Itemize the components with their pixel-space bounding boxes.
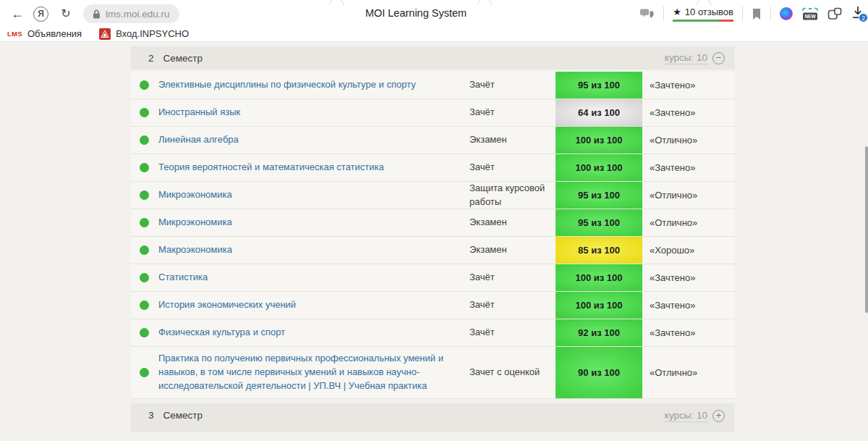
refresh-button[interactable]: ↻: [56, 4, 76, 24]
semester-number: 3: [148, 410, 154, 421]
browser-toolbar-right: ★ 10 отзывов NEW: [639, 0, 868, 28]
exam-type: Экзамен: [469, 216, 556, 229]
course-row: Иностранный язык Зачёт 64 из 100 «Зачтен…: [131, 99, 735, 127]
download-count-badge: 2: [859, 13, 868, 22]
course-status-dot-icon: [140, 108, 149, 117]
grade-text: «Зачтено»: [642, 107, 735, 118]
bookmark-icon[interactable]: [752, 8, 762, 20]
course-status-dot-icon: [140, 328, 149, 337]
extension-logo-icon[interactable]: [780, 7, 793, 20]
semester-3-header: 3 Семестр курсы: 10 +: [131, 403, 735, 432]
exam-type: Зачёт: [469, 161, 556, 174]
grade-text: «Зачтено»: [642, 162, 735, 173]
grade-text: «Зачтено»: [642, 80, 735, 91]
semester-2-courses-link[interactable]: курсы: 10: [665, 52, 707, 64]
course-row: Практика по получению первичных професси…: [131, 347, 735, 399]
reviews-rating-bar: [673, 20, 733, 22]
course-rows: Элективные дисциплины по физической куль…: [131, 72, 735, 399]
course-status-dot-icon: [140, 163, 149, 172]
course-link[interactable]: Линейная алгебра: [158, 128, 469, 152]
grade-text: «Хорошо»: [642, 245, 735, 256]
tab-edge-decoration: [329, 0, 344, 5]
back-button[interactable]: ←: [7, 4, 27, 24]
expand-semester-icon[interactable]: +: [712, 410, 725, 422]
grade-text: «Зачтено»: [642, 300, 735, 311]
score-cell: 95 из 100: [556, 182, 642, 209]
page-title: MOI Learning System: [365, 7, 467, 19]
course-link[interactable]: Элективные дисциплины по физической куль…: [158, 73, 469, 97]
course-row: История экономических учений Зачёт 100 и…: [131, 292, 735, 319]
toolbar-divider: [770, 7, 771, 21]
course-link[interactable]: Статистика: [158, 266, 469, 290]
semester-label: Семестр: [163, 53, 203, 64]
grade-text: «Отлично»: [642, 190, 735, 201]
inpsycho-favicon: [99, 28, 111, 40]
bookmark-label: Объявления: [27, 28, 82, 39]
downloads-button[interactable]: 2: [851, 5, 867, 22]
lms-favicon: LMS: [7, 30, 22, 38]
exam-type: Зачёт: [469, 78, 556, 91]
browser-window: ← Я ↻ lms.moi.edu.ru MOI Learning System…: [0, 0, 868, 441]
grade-text: «Отлично»: [642, 135, 735, 146]
bookmark-item-inpsycho[interactable]: Вход.INPSYCHO: [99, 28, 189, 40]
course-status-dot-icon: [140, 273, 149, 282]
score-cell: 100 из 100: [556, 154, 642, 181]
geo-reviews-icon[interactable]: [639, 7, 655, 20]
score-cell: 100 из 100: [556, 292, 642, 319]
score-cell: 100 из 100: [556, 264, 642, 291]
exam-type: Защита курсовой работы: [469, 182, 556, 208]
course-link[interactable]: Иностранный язык: [158, 101, 469, 125]
vertical-scrollbar[interactable]: [865, 146, 868, 313]
toolbar-divider: [742, 7, 743, 21]
semester-label: Семестр: [163, 410, 203, 421]
course-row: Физическая культура и спорт Зачёт 92 из …: [131, 319, 735, 347]
course-row: Макроэкономика Экзамен 85 из 100 «Хорошо…: [131, 237, 735, 264]
exam-type: Экзамен: [469, 133, 556, 146]
star-icon: ★: [673, 7, 681, 17]
browser-chrome: ← Я ↻ lms.moi.edu.ru MOI Learning System…: [0, 0, 868, 28]
score-cell: 90 из 100: [556, 347, 642, 398]
course-link[interactable]: Теория вероятностей и математическая ста…: [158, 156, 469, 180]
score-cell: 64 из 100: [556, 99, 642, 126]
course-link[interactable]: Микроэкономика: [158, 183, 469, 207]
grade-text: «Зачтено»: [642, 272, 735, 283]
exam-type: Экзамен: [469, 243, 556, 256]
bookmark-label: Вход.INPSYCHO: [116, 28, 189, 39]
course-link[interactable]: Микроэкономика: [158, 211, 469, 235]
course-status-dot-icon: [140, 218, 149, 227]
address-bar[interactable]: lms.moi.edu.ru: [83, 4, 179, 23]
collapse-semester-icon[interactable]: −: [712, 52, 725, 64]
new-feature-icon[interactable]: NEW: [801, 7, 819, 21]
course-status-dot-icon: [140, 80, 149, 90]
toolbar-divider: [663, 7, 664, 21]
exam-type: Зачёт: [469, 106, 556, 119]
score-cell: 100 из 100: [556, 127, 642, 154]
course-status-dot-icon: [140, 301, 149, 310]
score-cell: 95 из 100: [556, 209, 642, 236]
reviews-rating[interactable]: ★ 10 отзывов: [673, 7, 733, 22]
svg-text:NEW: NEW: [804, 14, 816, 19]
course-link[interactable]: Практика по получению первичных професси…: [158, 347, 469, 398]
exam-type: Зачёт: [469, 271, 556, 284]
extensions-icon[interactable]: [827, 7, 842, 20]
score-cell: 85 из 100: [556, 237, 642, 264]
grade-text: «Отлично»: [642, 367, 735, 378]
tab-edge-decoration: [477, 0, 492, 5]
lock-icon: [93, 9, 101, 19]
exam-type: Зачёт: [469, 326, 556, 339]
score-cell: 95 из 100: [556, 72, 642, 98]
course-link[interactable]: Макроэкономика: [158, 238, 469, 262]
semester-2-header: 2 Семестр курсы: 10 −: [131, 46, 735, 70]
course-link[interactable]: История экономических учений: [158, 293, 469, 317]
course-link[interactable]: Физическая культура и спорт: [158, 321, 469, 345]
course-row: Теория вероятностей и математическая ста…: [131, 154, 735, 182]
exam-type: Зачёт: [469, 298, 556, 311]
exam-type: Зачет с оценкой: [469, 366, 556, 379]
course-row: Микроэкономика Экзамен 95 из 100 «Отличн…: [131, 209, 735, 237]
url-text: lms.moi.edu.ru: [106, 9, 170, 20]
grade-text: «Зачтено»: [642, 327, 735, 338]
yandex-browser-logo-icon[interactable]: Я: [33, 7, 48, 22]
course-row: Статистика Зачёт 100 из 100 «Зачтено»: [131, 264, 735, 292]
bookmark-item-announcements[interactable]: LMS Объявления: [7, 28, 82, 39]
semester-3-courses-link[interactable]: курсы: 10: [665, 410, 707, 422]
